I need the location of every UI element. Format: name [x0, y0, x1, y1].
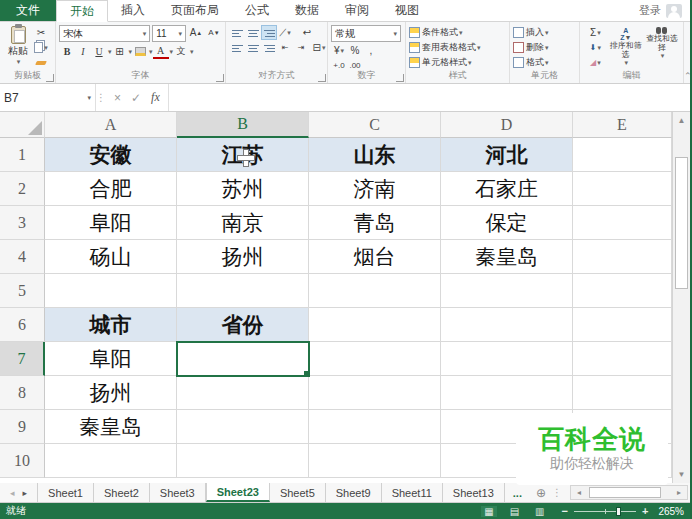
accounting-format-button[interactable]: ¥▾ — [331, 43, 347, 58]
ribbon-tab-页面布局[interactable]: 页面布局 — [158, 0, 232, 21]
cell-A2[interactable]: 合肥 — [45, 172, 177, 206]
row-header-7[interactable]: 7 — [0, 342, 45, 376]
cell-B3[interactable]: 南京 — [177, 206, 309, 240]
cell-C4[interactable]: 烟台 — [309, 240, 441, 274]
cell-C7[interactable] — [309, 342, 441, 376]
row-header-1[interactable]: 1 — [0, 138, 45, 172]
sheet-tab-Sheet3[interactable]: Sheet3 — [150, 483, 206, 502]
cell-E1[interactable] — [573, 138, 672, 172]
cell-D2[interactable]: 石家庄 — [441, 172, 573, 206]
zoom-slider[interactable] — [574, 511, 636, 512]
cell-E4[interactable] — [573, 240, 672, 274]
new-sheet-button[interactable]: ⊕ — [530, 483, 552, 502]
cell-D3[interactable]: 保定 — [441, 206, 573, 240]
zoom-percentage[interactable]: 265% — [658, 506, 684, 517]
cell-D4[interactable]: 秦皇岛 — [441, 240, 573, 274]
cell-A3[interactable]: 阜阳 — [45, 206, 177, 240]
clipboard-dialog-launcher[interactable] — [46, 74, 54, 82]
insert-cells-button[interactable]: 插入▾ — [513, 25, 576, 40]
login-area[interactable]: 登录 — [639, 0, 690, 21]
collapse-ribbon-button[interactable]: ⌃ — [684, 22, 692, 83]
cell-E7[interactable] — [573, 342, 672, 376]
cell-B2[interactable]: 苏州 — [177, 172, 309, 206]
row-header-4[interactable]: 4 — [0, 240, 45, 274]
vertical-scroll-thumb[interactable] — [675, 157, 688, 289]
horizontal-scroll-thumb[interactable] — [589, 487, 661, 498]
sheet-tab-Sheet23[interactable]: Sheet23 — [206, 483, 270, 502]
cell-D1[interactable]: 河北 — [441, 138, 573, 172]
page-layout-view-icon[interactable]: ▤ — [507, 506, 522, 517]
delete-cells-button[interactable]: 删除▾ — [513, 40, 576, 55]
normal-view-icon[interactable]: ▦ — [481, 506, 496, 517]
sheet-tab-Sheet11[interactable]: Sheet11 — [382, 483, 443, 502]
font-dialog-launcher[interactable] — [216, 74, 224, 82]
cell-C5[interactable] — [309, 274, 441, 308]
column-header-E[interactable]: E — [573, 112, 672, 138]
ribbon-tab-数据[interactable]: 数据 — [282, 0, 332, 21]
page-break-view-icon[interactable]: ▥ — [532, 506, 547, 517]
ribbon-tab-插入[interactable]: 插入 — [108, 0, 158, 21]
row-header-10[interactable]: 10 — [0, 444, 45, 478]
vertical-scroll-track[interactable] — [673, 129, 690, 466]
font-name-select[interactable]: 宋体▾ — [59, 25, 150, 42]
name-box[interactable]: B7 ▾ — [0, 84, 96, 111]
font-color-button[interactable]: A — [153, 44, 169, 59]
fill-color-button[interactable] — [132, 44, 148, 59]
align-bottom-button[interactable] — [261, 25, 277, 40]
alignment-dialog-launcher[interactable] — [318, 74, 326, 82]
cell-C2[interactable]: 济南 — [309, 172, 441, 206]
cell-C3[interactable]: 青岛 — [309, 206, 441, 240]
cell-styles-button[interactable]: 单元格样式▾ — [409, 55, 506, 70]
sheet-tab-Sheet2[interactable]: Sheet2 — [94, 483, 150, 502]
find-select-button[interactable]: 查找和选择 ▾ — [644, 25, 680, 70]
align-middle-button[interactable] — [245, 25, 261, 40]
grow-font-button[interactable]: A▲ — [188, 25, 204, 40]
cell-E6[interactable] — [573, 308, 672, 342]
formula-input[interactable] — [169, 84, 690, 111]
column-header-B[interactable]: B — [177, 112, 309, 138]
cell-A8[interactable]: 扬州 — [45, 376, 177, 410]
sheet-tab-Sheet13[interactable]: Sheet13 — [443, 483, 505, 502]
align-top-button[interactable] — [229, 25, 245, 40]
phonetic-button[interactable]: 文 — [173, 44, 189, 59]
horizontal-scroll-track[interactable] — [587, 486, 671, 499]
ribbon-tab-公式[interactable]: 公式 — [232, 0, 282, 21]
sheet-nav-next-icon[interactable]: ▸ — [23, 488, 28, 498]
font-size-select[interactable]: 11▾ — [152, 25, 186, 42]
cell-C9[interactable] — [309, 410, 441, 444]
cell-D6[interactable] — [441, 308, 573, 342]
select-all-corner[interactable] — [0, 112, 45, 138]
cell-B7[interactable] — [177, 342, 309, 376]
enter-button[interactable]: ✓ — [131, 91, 141, 105]
sort-filter-button[interactable]: AZ▼ 排序和筛选 ▾ — [608, 25, 644, 70]
horizontal-scrollbar[interactable]: ◂ ▸ — [570, 485, 688, 500]
cell-B1[interactable]: 江苏 — [177, 138, 309, 172]
merge-center-button[interactable]: ⊟▾ — [311, 40, 327, 55]
vertical-scrollbar[interactable]: ▲ ▼ — [672, 112, 690, 483]
scroll-left-arrow[interactable]: ◂ — [571, 488, 587, 497]
conditional-format-button[interactable]: 条件格式▾ — [409, 25, 506, 40]
zoom-in-button[interactable]: + — [642, 505, 648, 517]
more-sheets-button[interactable]: ... — [505, 483, 530, 502]
sheet-nav-prev-icon[interactable]: ◂ — [10, 488, 15, 498]
cell-B10[interactable] — [177, 444, 309, 478]
cell-D7[interactable] — [441, 342, 573, 376]
cell-A1[interactable]: 安徽 — [45, 138, 177, 172]
zoom-out-button[interactable]: − — [562, 505, 568, 517]
number-format-select[interactable]: 常规▾ — [331, 25, 401, 42]
sheet-tab-Sheet1[interactable]: Sheet1 — [38, 483, 94, 502]
format-painter-button[interactable] — [33, 55, 49, 70]
insert-function-button[interactable]: fx — [151, 90, 160, 105]
sheet-tab-Sheet5[interactable]: Sheet5 — [270, 483, 326, 502]
cell-B9[interactable] — [177, 410, 309, 444]
cell-D8[interactable] — [441, 376, 573, 410]
autosum-button[interactable]: Σ▾ — [583, 25, 608, 40]
cell-E2[interactable] — [573, 172, 672, 206]
cell-E8[interactable] — [573, 376, 672, 410]
cell-C8[interactable] — [309, 376, 441, 410]
align-right-button[interactable] — [261, 40, 277, 55]
scroll-up-arrow[interactable]: ▲ — [673, 112, 690, 129]
italic-button[interactable]: I — [75, 44, 91, 59]
percent-style-button[interactable]: % — [347, 43, 363, 58]
cell-B5[interactable] — [177, 274, 309, 308]
